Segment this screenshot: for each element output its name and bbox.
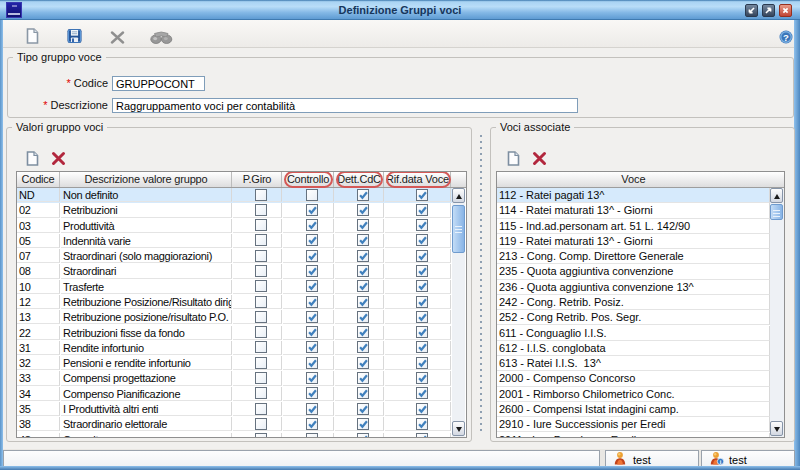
svg-text:?: ? <box>783 32 789 43</box>
